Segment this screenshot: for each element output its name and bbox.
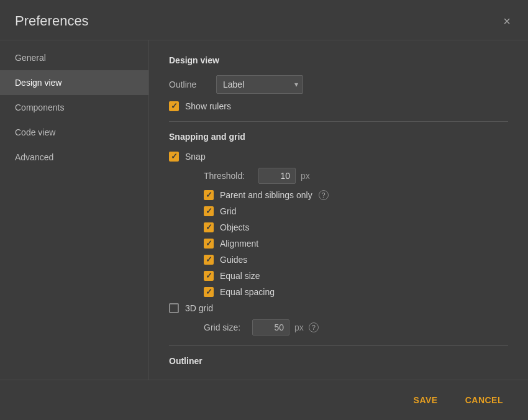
show-rulers-label: Show rulers [185, 101, 231, 111]
grid-size-unit: px [294, 322, 304, 332]
sidebar: General Design view Components Code view… [0, 40, 149, 380]
grid-checkbox[interactable] [204, 206, 214, 216]
objects-label: Objects [220, 222, 249, 232]
equal-size-label: Equal size [220, 271, 260, 281]
grid-size-row: Grid size: px ? [204, 319, 508, 336]
dialog-header: Preferences × [0, 0, 528, 40]
sidebar-item-advanced[interactable]: Advanced [0, 145, 148, 170]
dialog-footer: SAVE CANCEL [0, 380, 528, 420]
design-view-section-title: Design view [169, 55, 508, 65]
parent-siblings-checkbox[interactable] [204, 190, 214, 200]
objects-row: Objects [204, 222, 508, 232]
outline-label: Outline [169, 80, 206, 89]
guides-label: Guides [220, 255, 247, 265]
outliner-section-title: Outliner [169, 356, 508, 366]
sidebar-item-components[interactable]: Components [0, 95, 148, 120]
content-area: Design view Outline Label Type None ▾ Sh… [149, 40, 528, 380]
threshold-label: Threshold: [204, 171, 253, 181]
dialog-title: Preferences [15, 13, 89, 29]
objects-checkbox[interactable] [204, 222, 214, 232]
outline-select-wrapper: Label Type None ▾ [216, 75, 303, 94]
threshold-unit: px [301, 171, 310, 181]
show-rulers-row: Show rulers [169, 101, 508, 111]
equal-spacing-label: Equal spacing [220, 287, 275, 297]
snap-checkbox[interactable] [169, 152, 179, 162]
three-d-grid-row: 3D grid [169, 303, 508, 313]
snap-row: Snap [169, 152, 508, 162]
three-d-grid-label: 3D grid [185, 303, 213, 313]
parent-siblings-label: Parent and siblings only [220, 190, 312, 200]
sidebar-item-code-view[interactable]: Code view [0, 120, 148, 145]
threshold-input[interactable] [258, 168, 296, 184]
close-button[interactable]: × [501, 12, 513, 30]
divider-2 [169, 345, 508, 346]
outline-select[interactable]: Label Type None [216, 75, 303, 94]
equal-size-row: Equal size [204, 271, 508, 281]
outline-row: Outline Label Type None ▾ [169, 75, 508, 94]
grid-row: Grid [204, 206, 508, 216]
parent-siblings-row: Parent and siblings only ? [204, 190, 508, 200]
cancel-button[interactable]: CANCEL [455, 390, 513, 410]
guides-row: Guides [204, 255, 508, 265]
snapping-grid-section-title: Snapping and grid [169, 132, 508, 142]
parent-siblings-help-icon[interactable]: ? [319, 190, 329, 200]
show-rulers-checkbox[interactable] [169, 101, 179, 111]
preferences-dialog: Preferences × General Design view Compon… [0, 0, 528, 420]
sidebar-item-general[interactable]: General [0, 45, 148, 70]
guides-checkbox[interactable] [204, 255, 214, 265]
divider-1 [169, 121, 508, 122]
equal-size-checkbox[interactable] [204, 271, 214, 281]
threshold-row: Threshold: px [204, 168, 508, 184]
equal-spacing-checkbox[interactable] [204, 287, 214, 297]
grid-label: Grid [220, 206, 236, 216]
grid-size-help-icon[interactable]: ? [309, 322, 319, 332]
alignment-label: Alignment [220, 239, 258, 249]
snap-label: Snap [185, 152, 206, 162]
save-button[interactable]: SAVE [404, 390, 448, 410]
grid-size-input[interactable] [252, 319, 289, 336]
dialog-body: General Design view Components Code view… [0, 40, 528, 380]
sidebar-item-design-view[interactable]: Design view [0, 70, 148, 95]
alignment-checkbox[interactable] [204, 239, 214, 249]
grid-size-label: Grid size: [204, 322, 247, 332]
three-d-grid-checkbox[interactable] [169, 303, 179, 313]
alignment-row: Alignment [204, 239, 508, 249]
equal-spacing-row: Equal spacing [204, 287, 508, 297]
